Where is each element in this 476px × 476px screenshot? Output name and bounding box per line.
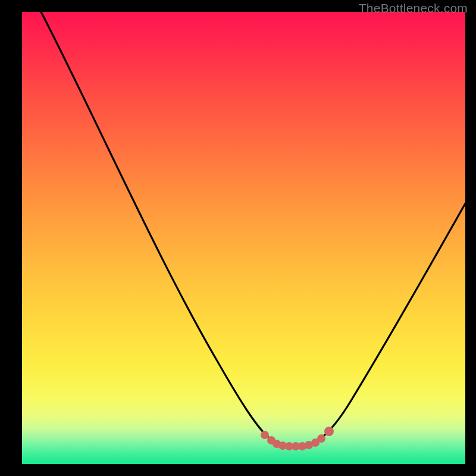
bottleneck-curve: [41, 12, 465, 446]
curve-layer: [22, 12, 465, 464]
svg-point-9: [317, 434, 325, 443]
svg-point-0: [261, 431, 269, 439]
plot-area: [22, 12, 465, 464]
svg-point-10: [324, 427, 334, 436]
watermark-text: TheBottleneck.com: [359, 1, 468, 15]
chart-frame: TheBottleneck.com: [0, 0, 476, 476]
marker-dots: [261, 427, 334, 450]
